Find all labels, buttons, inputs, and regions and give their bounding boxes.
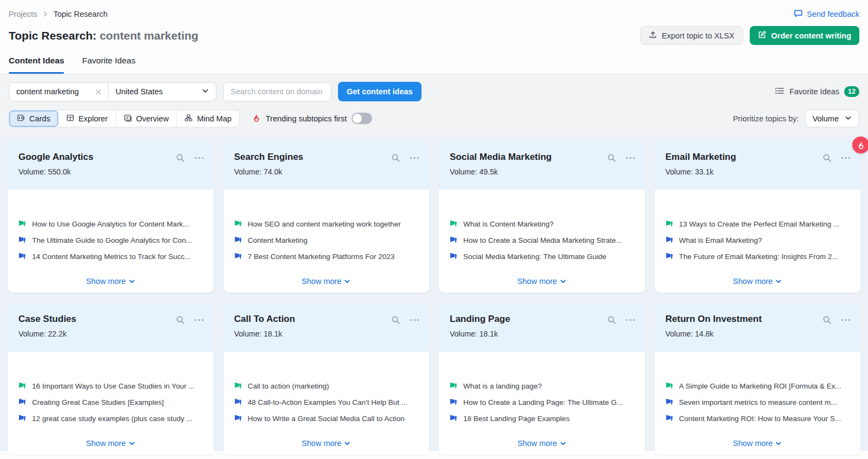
article-link[interactable]: Creating Great Case Studies [Examples] (18, 394, 204, 410)
green-megaphone-icon (450, 219, 458, 229)
blue-megaphone-icon (234, 397, 242, 407)
article-link[interactable]: A Simple Guide to Marketing ROI [Formula… (666, 378, 851, 394)
card-more-icon[interactable] (626, 319, 635, 321)
get-content-ideas-button[interactable]: Get content ideas (338, 82, 422, 101)
card-search-icon[interactable] (822, 153, 832, 163)
card-more-icon[interactable] (626, 157, 635, 159)
card-search-icon[interactable] (391, 153, 400, 163)
show-more-link[interactable]: Show more (224, 439, 430, 448)
show-more-link[interactable]: Show more (655, 277, 861, 286)
card-search-icon[interactable] (176, 315, 185, 325)
domain-search-input[interactable]: Search content on domain (223, 82, 331, 101)
overview-view-icon (124, 114, 132, 124)
card-more-icon[interactable] (194, 319, 204, 321)
article-link[interactable]: How to Create a Landing Page: The Ultima… (450, 394, 635, 410)
page-title: Topic Research: content marketing (9, 29, 199, 42)
chevron-right-icon (42, 11, 48, 17)
card-volume: Volume: 18.1k (450, 329, 635, 338)
card-header: Landing PageVolume: 18.1k (439, 304, 645, 352)
show-more-link[interactable]: Show more (439, 277, 645, 286)
card-articles: 13 Ways to Create the Perfect Email Mark… (655, 190, 861, 264)
show-more-link[interactable]: Show more (8, 439, 214, 448)
country-select[interactable]: United States (108, 83, 216, 101)
card-header: Social Media MarketingVolume: 49.5k (439, 142, 645, 190)
article-link[interactable]: What is Content Marketing? (450, 216, 635, 232)
green-megaphone-icon (234, 381, 242, 391)
card-header: Case StudiesVolume: 22.2k (8, 304, 214, 352)
prioritize-select[interactable]: Volume (805, 109, 859, 127)
article-link[interactable]: The Future of Email Marketing: Insights … (666, 248, 851, 264)
card-volume: Volume: 18.1k (234, 329, 420, 338)
article-link[interactable]: 14 Content Marketing Metrics to Track fo… (18, 248, 204, 264)
topic-search-group: content marketing United States (9, 82, 216, 101)
order-content-writing-button[interactable]: Order content writing (750, 26, 859, 45)
topic-card: Case StudiesVolume: 22.2k16 Important Wa… (8, 304, 214, 455)
view-mode-overview[interactable]: Overview (116, 111, 177, 127)
card-volume: Volume: 22.2k (18, 329, 204, 338)
blue-megaphone-icon (234, 413, 242, 423)
article-link[interactable]: 48 Call-to-Action Examples You Can't Hel… (234, 394, 420, 410)
article-link[interactable]: Content Marketing ROI: How to Measure Yo… (666, 410, 851, 426)
clear-query-icon[interactable] (95, 88, 102, 95)
article-link[interactable]: 18 Best Landing Page Examples (450, 410, 635, 426)
green-megaphone-icon (450, 381, 458, 391)
show-more-link[interactable]: Show more (224, 277, 430, 286)
card-more-icon[interactable] (410, 157, 419, 159)
topic-card: Google AnalyticsVolume: 550.0kHow to Use… (8, 142, 214, 293)
article-link[interactable]: How to Use Google Analytics for Content … (18, 216, 204, 232)
article-link[interactable]: Content Marketing (234, 232, 420, 248)
page-header: Projects Topic Research Send feedback To… (0, 0, 868, 74)
card-more-icon[interactable] (841, 319, 851, 321)
article-link[interactable]: What is Email Marketing? (666, 232, 851, 248)
article-link[interactable]: 16 Important Ways to Use Case Studies in… (18, 378, 204, 394)
show-more-link[interactable]: Show more (655, 439, 861, 448)
favorite-ideas-count-badge: 12 (844, 86, 859, 98)
export-xlsx-button[interactable]: Export topic to XLSX (640, 26, 743, 45)
card-search-icon[interactable] (176, 153, 185, 163)
card-header: Email MarketingVolume: 33.1k (655, 142, 861, 190)
blue-megaphone-icon (450, 397, 458, 407)
card-more-icon[interactable] (194, 157, 204, 159)
card-header: Search EnginesVolume: 74.0k (224, 142, 430, 190)
card-search-icon[interactable] (391, 315, 400, 325)
blue-megaphone-icon (450, 251, 458, 261)
card-volume: Volume: 14.8k (666, 329, 851, 338)
view-mode-mindmap[interactable]: Mind Map (177, 111, 239, 127)
send-feedback-link[interactable]: Send feedback (794, 9, 859, 20)
tab-content-ideas[interactable]: Content Ideas (9, 56, 64, 74)
show-more-link[interactable]: Show more (8, 277, 214, 286)
blue-megaphone-icon (666, 235, 674, 245)
topic-card: Social Media MarketingVolume: 49.5kWhat … (439, 142, 645, 293)
blue-megaphone-icon (450, 235, 458, 245)
article-link[interactable]: 13 Ways to Create the Perfect Email Mark… (666, 216, 851, 232)
breadcrumb-projects-link[interactable]: Projects (9, 10, 37, 18)
article-link[interactable]: How SEO and content marketing work toget… (234, 216, 420, 232)
view-mode-explorer[interactable]: Explorer (59, 111, 116, 127)
card-search-icon[interactable] (607, 315, 616, 325)
topic-card: Call To ActionVolume: 18.1kCall to actio… (224, 304, 430, 455)
article-link[interactable]: How to Write a Great Social Media Call t… (234, 410, 420, 426)
breadcrumb: Projects Topic Research (9, 10, 107, 18)
card-articles: Call to action (marketing)48 Call-to-Act… (224, 352, 430, 426)
blue-megaphone-icon (234, 235, 242, 245)
article-link[interactable]: The Ultimate Guide to Google Analytics f… (18, 232, 204, 248)
card-more-icon[interactable] (841, 157, 851, 159)
favorite-ideas-link[interactable]: Favorite Ideas 12 (775, 86, 859, 98)
tabs: Content Ideas Favorite Ideas (9, 56, 859, 74)
card-search-icon[interactable] (822, 315, 832, 325)
article-link[interactable]: 7 Best Content Marketing Platforms For 2… (234, 248, 420, 264)
article-link[interactable]: How to Create a Social Media Marketing S… (450, 232, 635, 248)
article-link[interactable]: Call to action (marketing) (234, 378, 420, 394)
show-more-link[interactable]: Show more (439, 439, 645, 448)
card-more-icon[interactable] (410, 319, 419, 321)
article-link[interactable]: What is a landing page? (450, 378, 635, 394)
card-search-icon[interactable] (607, 153, 616, 163)
topic-search-input[interactable]: content marketing (9, 83, 108, 101)
view-mode-cards[interactable]: Cards (9, 111, 59, 127)
article-link[interactable]: Social Media Marketing: The Ultimate Gui… (450, 248, 635, 264)
article-link[interactable]: 12 great case study examples (plus case … (18, 410, 204, 426)
tab-favorite-ideas[interactable]: Favorite Ideas (82, 56, 135, 74)
article-link[interactable]: Seven important metrics to measure conte… (666, 394, 851, 410)
upload-icon (649, 31, 657, 41)
trending-toggle[interactable] (352, 113, 372, 124)
